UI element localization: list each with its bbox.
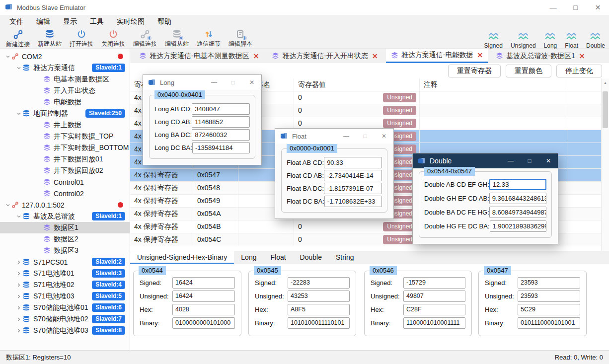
field-input[interactable]: -15729 bbox=[403, 277, 465, 289]
chevron-right-icon[interactable] bbox=[15, 260, 22, 265]
long-field-input[interactable]: -1358941184 bbox=[192, 142, 250, 153]
node-control01[interactable]: Control01 bbox=[0, 176, 130, 188]
edit-script-button[interactable]: 编辑脚本 bbox=[225, 28, 256, 48]
node-jingshang[interactable]: 井上数据 bbox=[0, 119, 130, 131]
field-input[interactable]: 1100001010001111 bbox=[403, 317, 465, 329]
long-maximize-button[interactable]: □ bbox=[224, 75, 242, 90]
chevron-right-icon[interactable] bbox=[15, 305, 22, 310]
float-field-input[interactable]: 90.33 bbox=[324, 157, 382, 168]
btab-string[interactable]: String bbox=[329, 251, 361, 264]
node-dianjiben[interactable]: 电基本测量数据区 bbox=[0, 73, 130, 85]
long-minimize-button[interactable]: — bbox=[205, 75, 224, 90]
node-s70bat01[interactable]: S70储能电池堆01SlaveId:6 bbox=[0, 302, 130, 313]
field-input[interactable]: 43253 bbox=[288, 291, 350, 302]
field-input[interactable]: 49807 bbox=[403, 291, 465, 302]
tab-dianjiben-close-icon[interactable]: ✕ bbox=[253, 52, 259, 60]
float-dialog-titlebar[interactable]: Float—□✕ bbox=[275, 129, 393, 144]
chevron-down-icon[interactable] bbox=[15, 66, 22, 71]
new-slave-button[interactable]: 新建从站 bbox=[34, 28, 66, 48]
new-connection-button[interactable]: 新建连接 bbox=[2, 28, 34, 48]
window-close-button[interactable]: ✕ bbox=[587, 0, 609, 15]
node-yada[interactable]: 雅达方案通信SlaveId:1 bbox=[0, 62, 130, 73]
menu-edit[interactable]: 编辑 bbox=[30, 15, 57, 28]
float-maximize-button[interactable]: □ bbox=[356, 129, 375, 144]
node-dimian[interactable]: 地面控制器SlaveId:250 bbox=[0, 108, 130, 119]
long-dialog-titlebar[interactable]: Long—□✕ bbox=[143, 75, 261, 90]
double-field-input[interactable]: 9.36168443248613 bbox=[489, 193, 546, 204]
btab-double[interactable]: Double bbox=[293, 251, 329, 264]
node-s71bat03[interactable]: S71电池堆03SlaveId:5 bbox=[0, 291, 130, 302]
long-field-input[interactable]: 872460032 bbox=[192, 129, 250, 141]
node-s71bat01[interactable]: S71电池堆01SlaveId:3 bbox=[0, 268, 130, 279]
node-jingxia-top[interactable]: 井下实时数据_TOP bbox=[0, 131, 130, 142]
node-dataarea3[interactable]: 数据区3 bbox=[0, 245, 130, 256]
edit-slave-button[interactable]: 编辑从站 bbox=[161, 28, 193, 48]
node-tcp-502[interactable]: 127.0.0.1:502 bbox=[0, 199, 130, 211]
chevron-right-icon[interactable] bbox=[15, 317, 22, 322]
tab-dianjiben[interactable]: 雅达方案通信-电基本测量数据区✕ bbox=[134, 49, 264, 63]
table-scrollbar[interactable]: ▲ bbox=[601, 78, 609, 251]
tab-dianneng[interactable]: 雅达方案通信-电能数据✕ bbox=[386, 49, 488, 63]
double-field-input[interactable]: 12.33 bbox=[489, 179, 546, 190]
btab-ushb[interactable]: Unsigned-Signed-Hex-Binary bbox=[130, 251, 234, 264]
unsigned-view-button[interactable]: Unsigned bbox=[511, 29, 536, 49]
float-field-input[interactable]: -1.7108632E+33 bbox=[324, 196, 382, 207]
chevron-right-icon[interactable] bbox=[15, 283, 22, 288]
chevron-down-icon[interactable] bbox=[4, 203, 11, 208]
float-minimize-button[interactable]: — bbox=[337, 129, 356, 144]
double-view-button[interactable]: Double bbox=[586, 29, 605, 49]
double-minimize-button[interactable]: — bbox=[501, 153, 520, 168]
double-maximize-button[interactable]: □ bbox=[520, 153, 539, 168]
scrollbar-thumb[interactable] bbox=[603, 91, 608, 128]
field-input[interactable]: 23593 bbox=[518, 291, 580, 302]
tab-dataarea1[interactable]: 基波及总谐波-数据区1✕ bbox=[491, 49, 590, 63]
float-close-button[interactable]: ✕ bbox=[375, 129, 393, 144]
node-huifang02[interactable]: 井下数据回放02 bbox=[0, 165, 130, 176]
node-jingxia-bottom[interactable]: 井下实时数据_BOTTOM bbox=[0, 142, 130, 153]
node-com2[interactable]: COM2 bbox=[0, 51, 130, 62]
tab-kairukaichu-close-icon[interactable]: ✕ bbox=[372, 52, 378, 60]
reset-registers-button[interactable]: 重置寄存器 bbox=[448, 65, 501, 77]
node-s70bat02[interactable]: S70储能电池堆02SlaveId:7 bbox=[0, 313, 130, 325]
window-maximize-button[interactable]: □ bbox=[564, 0, 587, 15]
field-input[interactable]: 0101110000101001 bbox=[518, 317, 580, 329]
reset-colors-button[interactable]: 重置颜色 bbox=[506, 65, 551, 77]
edit-connection-button[interactable]: 编辑连接 bbox=[129, 28, 161, 48]
field-input[interactable]: C28F bbox=[403, 304, 465, 315]
field-input[interactable]: 16424 bbox=[172, 277, 235, 289]
field-input[interactable]: 0100000000101000 bbox=[172, 317, 235, 329]
open-connection-button[interactable]: 打开连接 bbox=[66, 28, 97, 48]
double-field-input[interactable]: 8.60849734944987 bbox=[489, 207, 546, 218]
node-dataarea2[interactable]: 数据区2 bbox=[0, 233, 130, 245]
chevron-down-icon[interactable] bbox=[15, 111, 22, 116]
window-minimize-button[interactable]: — bbox=[542, 0, 564, 15]
field-input[interactable]: 4028 bbox=[172, 304, 235, 315]
comm-detail-button[interactable]: 通信细节 bbox=[193, 28, 225, 48]
tab-kairukaichu[interactable]: 雅达方案通信-开入开出状态✕ bbox=[267, 49, 382, 63]
long-view-button[interactable]: Long bbox=[544, 29, 557, 49]
node-s71pcs01[interactable]: S71PCS01SlaveId:2 bbox=[0, 256, 130, 268]
tab-dataarea1-close-icon[interactable]: ✕ bbox=[579, 52, 585, 60]
float-field-input[interactable]: -2.7340414E-14 bbox=[324, 170, 382, 181]
node-control02[interactable]: Control02 bbox=[0, 188, 130, 199]
float-field-input[interactable]: -1.8157391E-07 bbox=[324, 183, 382, 194]
scroll-up-icon[interactable]: ▲ bbox=[604, 81, 607, 84]
chevron-right-icon[interactable] bbox=[15, 271, 22, 276]
field-input[interactable]: -22283 bbox=[288, 277, 350, 289]
field-input[interactable]: A8F5 bbox=[288, 304, 350, 315]
float-view-button[interactable]: Float bbox=[565, 29, 578, 49]
chevron-down-icon[interactable] bbox=[15, 214, 22, 219]
chevron-right-icon[interactable] bbox=[15, 328, 22, 333]
chevron-right-icon[interactable] bbox=[15, 294, 22, 299]
node-kairukaichu[interactable]: 开入开出状态 bbox=[0, 85, 130, 96]
menu-tools[interactable]: 工具 bbox=[83, 15, 110, 28]
field-input[interactable]: 16424 bbox=[172, 291, 235, 302]
node-huifang01[interactable]: 井下数据回放01 bbox=[0, 153, 130, 165]
node-dataarea1[interactable]: 数据区1 bbox=[0, 222, 130, 233]
double-dialog-titlebar[interactable]: Double—□✕ bbox=[413, 153, 558, 168]
menu-file[interactable]: 文件 bbox=[3, 15, 30, 28]
node-s71bat02[interactable]: S71电池堆02SlaveId:4 bbox=[0, 279, 130, 291]
signed-view-button[interactable]: Signed bbox=[484, 29, 503, 49]
stop-change-button[interactable]: 停止变化 bbox=[556, 65, 602, 77]
close-connection-button[interactable]: 关闭连接 bbox=[97, 28, 129, 48]
